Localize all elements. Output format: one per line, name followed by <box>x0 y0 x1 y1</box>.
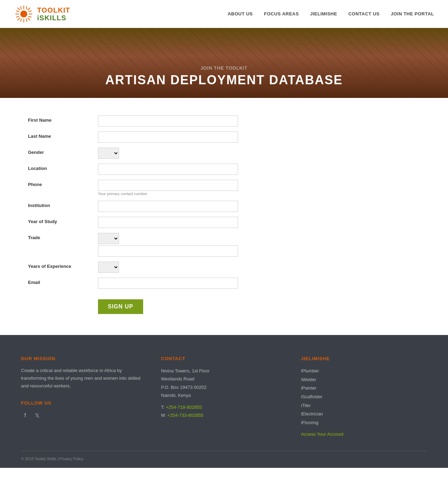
year-study-row: Year of Study <box>28 217 238 228</box>
institution-label: Institution <box>28 201 98 208</box>
site-footer: OUR MISSION Create a critical and reliab… <box>0 335 448 468</box>
svg-line-11 <box>16 11 19 12</box>
contact-heading: CONTACT <box>161 356 287 361</box>
svg-line-13 <box>16 16 19 17</box>
svg-line-7 <box>28 8 30 10</box>
last-name-input[interactable] <box>98 131 238 143</box>
location-label: Location <box>28 164 98 171</box>
hero-content: JOIN THE TOOLKIT ARTISAN DEPLOYMENT DATA… <box>0 65 448 98</box>
social-icons: f 𝕏 <box>21 411 147 420</box>
phone-hint: Your primary contact number <box>98 192 238 196</box>
logo[interactable]: TOOLKIT iSKILLS <box>14 4 70 24</box>
jielimishe-heading: JIELIMISHE <box>301 356 427 361</box>
gender-row: Gender Male Female <box>28 148 238 159</box>
svg-line-12 <box>28 16 31 17</box>
nav-focus[interactable]: FOCUS AREAS <box>264 11 299 16</box>
first-name-label: First Name <box>28 115 98 123</box>
address-line-2: Westlands Road <box>161 375 287 383</box>
years-exp-label: Years of Experience <box>28 262 98 269</box>
footer-mission-col: OUR MISSION Create a critical and reliab… <box>21 356 147 437</box>
phone-m-link[interactable]: +254-733-802855 <box>167 413 203 418</box>
nav-jielimishe[interactable]: JIELIMISHE <box>310 11 337 16</box>
list-item: iPainter <box>301 384 427 393</box>
last-name-field <box>98 131 238 143</box>
mission-heading: OUR MISSION <box>21 356 147 361</box>
gender-field: Male Female <box>98 148 238 159</box>
footer-jielimishe-col: JIELIMISHE iPlumber iWelder iPainter iSc… <box>301 356 427 437</box>
svg-line-15 <box>21 19 21 22</box>
phone-row: Phone Your primary contact number <box>28 180 238 196</box>
twitter-icon[interactable]: 𝕏 <box>33 411 41 420</box>
svg-line-14 <box>28 11 31 12</box>
site-header: TOOLKIT iSKILLS ABOUT US FOCUS AREAS JIE… <box>0 0 448 28</box>
email-field <box>98 278 238 289</box>
svg-line-10 <box>26 19 27 22</box>
location-row: Location <box>28 164 238 175</box>
address-line-4: Nairobi, Kenya <box>161 391 287 399</box>
phone-m: M: +254-733-802855 <box>161 411 287 419</box>
location-input[interactable] <box>98 164 238 175</box>
first-name-field <box>98 115 238 127</box>
nav-about[interactable]: ABOUT US <box>227 11 253 16</box>
list-item: iElectrician <box>301 410 427 419</box>
footer-bottom: © 2019 Toolkit iSkills | Privacy Policy <box>21 451 427 461</box>
trade-row: Trade iPlumber iWelder iPainter iScaffol… <box>28 233 238 257</box>
phone-label: Phone <box>28 180 98 187</box>
years-exp-row: Years of Experience 1 2 3 4 5+ <box>28 262 238 273</box>
svg-line-5 <box>18 8 20 10</box>
phone-field: Your primary contact number <box>98 180 238 196</box>
list-item: iPlumber <box>301 367 427 376</box>
year-study-input[interactable] <box>98 217 238 228</box>
address-line-1: Nivina Towers, 1st Floor <box>161 367 287 375</box>
address-line-3: P.O. Box 19473 00202 <box>161 383 287 391</box>
last-name-label: Last Name <box>28 131 98 139</box>
phone-t-label: T: <box>161 405 164 410</box>
main-nav: ABOUT US FOCUS AREAS JIELIMISHE CONTACT … <box>227 11 434 16</box>
list-item: iFlooring <box>301 419 427 427</box>
institution-input[interactable] <box>98 201 238 212</box>
mission-text: Create a critical and reliable workforce… <box>21 367 147 390</box>
gender-select[interactable]: Male Female <box>98 148 119 159</box>
location-field <box>98 164 238 175</box>
years-exp-field: 1 2 3 4 5+ <box>98 262 238 273</box>
phone-t-link[interactable]: +254-718-802855 <box>166 405 202 410</box>
trade-input[interactable] <box>98 245 238 257</box>
signup-button[interactable]: SIGN UP <box>98 299 143 314</box>
access-account-link[interactable]: Access Your Account <box>301 431 427 437</box>
nav-contact[interactable]: CONTACT US <box>348 11 379 16</box>
svg-line-16 <box>26 6 27 9</box>
facebook-icon[interactable]: f <box>21 411 29 420</box>
footer-grid: OUR MISSION Create a critical and reliab… <box>21 356 427 437</box>
phone-input[interactable] <box>98 180 238 191</box>
first-name-input[interactable] <box>98 115 238 127</box>
years-exp-select[interactable]: 1 2 3 4 5+ <box>98 262 119 273</box>
jielimishe-list: iPlumber iWelder iPainter iScaffolder iT… <box>301 367 427 427</box>
phone-t: T: +254-718-802855 <box>161 403 287 411</box>
logo-icon <box>14 4 34 24</box>
trade-field: iPlumber iWelder iPainter iScaffolder iT… <box>98 233 238 257</box>
phone-m-label: M: <box>161 413 166 418</box>
nav-join[interactable]: JOIN THE PORTAL <box>391 11 434 16</box>
year-study-label: Year of Study <box>28 217 98 224</box>
list-item: iTiler <box>301 401 427 410</box>
trade-select[interactable]: iPlumber iWelder iPainter iScaffolder iT… <box>98 233 119 244</box>
year-study-field <box>98 217 238 228</box>
hero-title: ARTISAN DEPLOYMENT DATABASE <box>0 73 448 87</box>
list-item: iScaffolder <box>301 393 427 401</box>
svg-line-8 <box>18 18 20 20</box>
hero-section: JOIN THE TOOLKIT ARTISAN DEPLOYMENT DATA… <box>0 28 448 98</box>
copyright-text: © 2019 Toolkit iSkills | Privacy Policy <box>21 457 83 461</box>
follow-heading: FOLLOW US <box>21 400 147 406</box>
email-input[interactable] <box>98 278 238 289</box>
contact-phones: T: +254-718-802855 M: +254-733-802855 <box>161 403 287 420</box>
trade-label: Trade <box>28 233 98 240</box>
registration-form-section: First Name Last Name Gender Male Female … <box>0 98 266 335</box>
institution-field <box>98 201 238 212</box>
follow-us-section: FOLLOW US f 𝕏 <box>21 400 147 420</box>
footer-contact-col: CONTACT Nivina Towers, 1st Floor Westlan… <box>161 356 287 437</box>
list-item: iWelder <box>301 376 427 384</box>
hero-subtitle: JOIN THE TOOLKIT <box>0 65 448 71</box>
first-name-row: First Name <box>28 115 238 127</box>
svg-line-6 <box>28 18 30 20</box>
svg-point-0 <box>20 10 27 17</box>
